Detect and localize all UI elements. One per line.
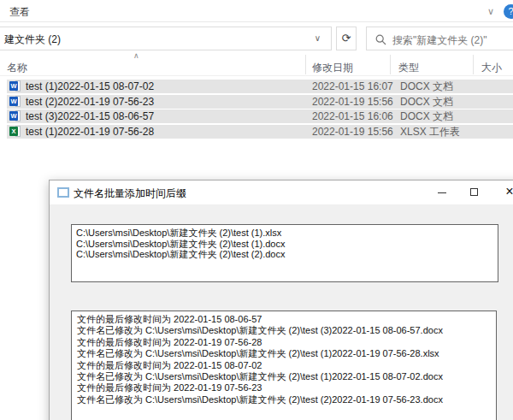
column-header-name[interactable]: 名称: [7, 61, 27, 75]
help-icon[interactable]: ?: [504, 4, 513, 19]
dialog-titlebar[interactable]: 文件名批量添加时间后缀 ×: [50, 180, 513, 204]
close-button[interactable]: ×: [491, 180, 513, 204]
text-line: 文件的最后修改时间为 2022-01-19 07-56-23: [77, 382, 491, 393]
ribbon-separator: [0, 21, 513, 22]
minimize-button[interactable]: [426, 180, 458, 204]
excel-file-icon: X: [9, 126, 21, 138]
column-header-date[interactable]: 修改日期: [312, 61, 353, 75]
text-line: 文件名已修改为 C:\Users\msi\Desktop\新建文件夹 (2)\t…: [77, 394, 491, 405]
sort-ascending-icon: ∧: [133, 51, 139, 60]
refresh-button[interactable]: ⟳: [336, 27, 357, 50]
search-input[interactable]: 搜索"新建文件夹 (2)": [366, 27, 513, 50]
file-type: DOCX 文档: [400, 80, 453, 93]
search-placeholder: 搜索"新建文件夹 (2)": [392, 33, 487, 48]
ribbon-tab-view[interactable]: 查看: [9, 5, 30, 20]
file-list-textbox[interactable]: C:\Users\msi\Desktop\新建文件夹 (2)\test (1).…: [71, 224, 498, 282]
text-line: 文件名已修改为 C:\Users\msi\Desktop\新建文件夹 (2)\t…: [77, 348, 491, 359]
file-list: Wtest (1)2022-01-15 08-07-022022-01-15 1…: [7, 80, 513, 139]
file-row[interactable]: Xtest (1)2022-01-19 07-56-282022-01-19 1…: [7, 125, 513, 139]
text-line: 文件的最后修改时间为 2022-01-15 08-07-02: [77, 360, 491, 371]
file-date: 2022-01-15 16:07: [312, 80, 393, 93]
word-file-icon: W: [9, 80, 21, 92]
maximize-button[interactable]: [458, 180, 491, 204]
window-icon: [57, 187, 69, 198]
text-line: 文件名已修改为 C:\Users\msi\Desktop\新建文件夹 (2)\t…: [77, 371, 491, 382]
search-icon: [375, 34, 386, 45]
word-file-icon: W: [9, 110, 21, 122]
file-date: 2022-01-15 16:06: [312, 109, 393, 123]
file-row[interactable]: Wtest (1)2022-01-15 08-07-022022-01-15 1…: [7, 80, 513, 93]
file-name: test (2)2022-01-19 07-56-23: [26, 95, 154, 109]
text-line: 文件的最后修改时间为 2022-01-15 08-06-57: [77, 314, 491, 325]
word-file-icon: W: [9, 96, 21, 108]
text-line: 文件名已修改为 C:\Users\msi\Desktop\新建文件夹 (2)\t…: [77, 325, 491, 336]
dialog-title: 文件名批量添加时间后缀: [74, 186, 186, 201]
dialog-batch-rename: 文件名批量添加时间后缀 × C:\Users\msi\Desktop\新建文件夹…: [49, 180, 513, 420]
column-header-size[interactable]: 大小: [481, 61, 502, 75]
file-date: 2022-01-19 15:56: [312, 125, 393, 139]
file-name: test (1)2022-01-15 08-07-02: [26, 80, 154, 93]
file-type: DOCX 文档: [400, 109, 453, 123]
address-bar[interactable]: 建文件夹 (2) ∨: [0, 27, 332, 50]
column-separator[interactable]: [305, 55, 306, 74]
address-text: 建文件夹 (2): [4, 33, 61, 47]
address-dropdown-icon[interactable]: ∨: [315, 33, 321, 43]
maximize-icon: [470, 188, 478, 196]
column-header-type[interactable]: 类型: [398, 61, 419, 75]
file-name: test (1)2022-01-19 07-56-28: [26, 125, 154, 139]
column-separator[interactable]: [473, 55, 474, 74]
minimize-icon: [438, 192, 446, 193]
ribbon-collapse-icon[interactable]: ∨: [487, 6, 494, 17]
text-line: C:\Users\msi\Desktop\新建文件夹 (2)\test (1).…: [76, 239, 493, 250]
text-line: 文件的最后修改时间为 2022-01-19 07-56-28: [77, 337, 491, 348]
file-row[interactable]: Wtest (3)2022-01-15 08-06-572022-01-15 1…: [7, 109, 513, 123]
text-line: C:\Users\msi\Desktop\新建文件夹 (2)\test (2).…: [76, 249, 493, 260]
list-header: ∧ 名称 修改日期 类型 大小: [0, 53, 513, 76]
file-type: DOCX 文档: [400, 95, 453, 109]
file-name: test (3)2022-01-15 08-06-57: [26, 109, 154, 123]
screen: 查看 ∨ ? 建文件夹 (2) ∨ ⟳ 搜索"新建文件夹 (2)" ∧ 名称 修…: [0, 0, 513, 420]
file-date: 2022-01-19 15:56: [312, 95, 393, 109]
file-row[interactable]: Wtest (2)2022-01-19 07-56-232022-01-19 1…: [7, 95, 513, 109]
log-textbox[interactable]: 文件的最后修改时间为 2022-01-15 08-06-57文件名已修改为 C:…: [71, 311, 497, 420]
column-separator[interactable]: [390, 55, 391, 74]
text-line: C:\Users\msi\Desktop\新建文件夹 (2)\test (1).…: [76, 228, 493, 239]
header-rule: [0, 75, 513, 76]
file-type: XLSX 工作表: [400, 125, 460, 139]
